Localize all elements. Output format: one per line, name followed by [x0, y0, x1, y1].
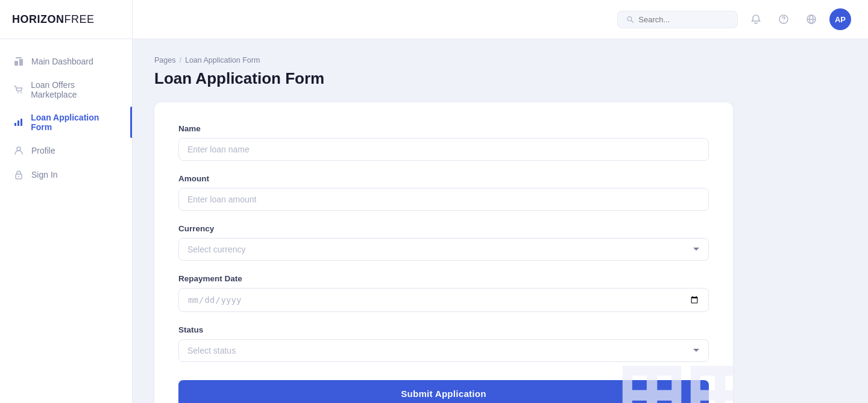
help-circle-icon[interactable] [774, 10, 793, 29]
form-group-status: Status Select status Pending Approved Re… [178, 325, 709, 362]
brand-name-light: FREE [64, 13, 95, 26]
notification-bell-icon[interactable] [746, 10, 766, 29]
sidebar-item-loan-offers-marketplace[interactable]: Loan Offers Marketplace [0, 74, 132, 105]
sidebar-item-label: Loan Application Form [31, 113, 119, 132]
page-title: Loan Application Form [154, 69, 846, 88]
svg-rect-6 [17, 120, 19, 126]
cart-icon [13, 84, 24, 95]
svg-point-3 [17, 92, 19, 93]
form-group-amount: Amount [178, 174, 709, 211]
brand-logo: HORIZON FREE [0, 0, 132, 39]
page-content: Pages / Loan Application Form Loan Appli… [133, 39, 868, 403]
amount-label: Amount [178, 174, 709, 183]
sidebar-item-sign-in[interactable]: Sign In [0, 163, 132, 186]
header: AP [133, 0, 868, 39]
svg-point-4 [20, 92, 22, 93]
search-box[interactable] [617, 11, 738, 28]
header-right: AP [617, 8, 851, 30]
breadcrumb-separator: / [179, 56, 181, 64]
submit-application-button[interactable]: Submit Application [178, 380, 709, 403]
repayment-date-input[interactable] [178, 288, 709, 312]
sidebar-item-main-dashboard[interactable]: Main Dashboard [0, 50, 132, 73]
svg-point-11 [627, 17, 632, 21]
breadcrumb: Pages / Loan Application Form [154, 56, 846, 64]
svg-rect-7 [20, 119, 22, 126]
amount-input[interactable] [178, 188, 709, 211]
svg-line-12 [631, 20, 633, 22]
breadcrumb-parent[interactable]: Pages [154, 56, 175, 64]
name-label: Name [178, 124, 709, 133]
sidebar-item-profile[interactable]: Profile [0, 139, 132, 162]
sidebar-item-label: Sign In [31, 170, 58, 180]
form-group-repayment-date: Repayment Date [178, 274, 709, 312]
home-icon [13, 56, 24, 67]
form-group-currency: Currency Select currency USD EUR GBP JPY… [178, 224, 709, 261]
search-input[interactable] [638, 15, 729, 24]
repayment-date-label: Repayment Date [178, 274, 709, 283]
search-icon [626, 15, 634, 23]
breadcrumb-current: Loan Application Form [185, 56, 260, 64]
currency-label: Currency [178, 224, 709, 233]
form-group-name: Name [178, 124, 709, 161]
currency-select[interactable]: Select currency USD EUR GBP JPY CHF [178, 238, 709, 261]
main-content: AP Pages / Loan Application Form Loan Ap… [133, 0, 868, 403]
lock-icon [13, 169, 24, 180]
svg-point-10 [18, 176, 19, 177]
chart-icon [13, 117, 24, 128]
svg-rect-0 [14, 61, 18, 66]
brand-name-bold: HORIZON [12, 13, 64, 26]
sidebar-item-label: Main Dashboard [31, 57, 93, 66]
status-label: Status [178, 325, 709, 334]
status-select[interactable]: Select status Pending Approved Rejected … [178, 339, 709, 362]
globe-icon[interactable] [802, 10, 821, 29]
sidebar: HORIZON FREE Main Dashboard Loan Offe [0, 0, 133, 403]
svg-rect-1 [19, 59, 23, 66]
sidebar-item-label: Profile [31, 146, 55, 155]
sidebar-item-label: Loan Offers Marketplace [31, 80, 119, 99]
name-input[interactable] [178, 138, 709, 161]
sidebar-nav: Main Dashboard Loan Offers Marketplace [0, 39, 132, 197]
svg-point-8 [17, 147, 20, 151]
svg-point-14 [783, 21, 784, 22]
svg-rect-5 [14, 123, 16, 126]
avatar[interactable]: AP [829, 8, 851, 30]
sidebar-item-loan-application-form[interactable]: Loan Application Form [0, 107, 132, 138]
form-card: ⊞⊞ Name Amount Currency Select currency … [154, 102, 733, 403]
person-icon [13, 145, 24, 156]
svg-rect-2 [16, 57, 22, 58]
